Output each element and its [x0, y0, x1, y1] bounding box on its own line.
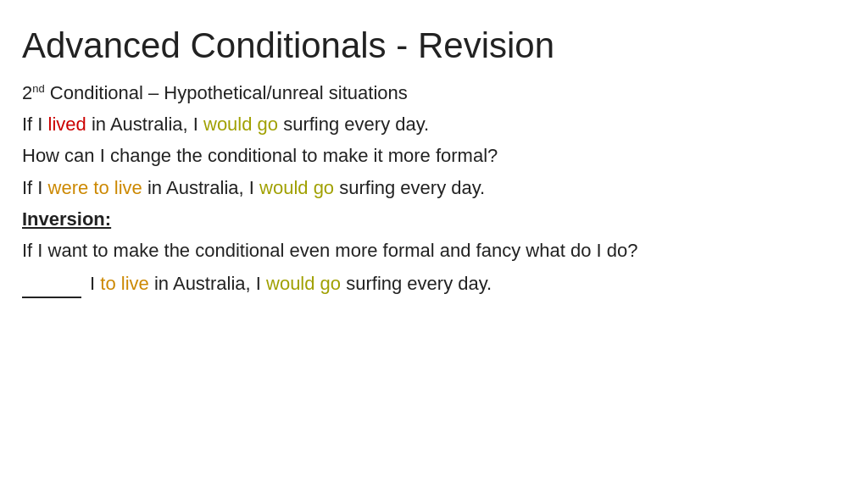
line-2nd-conditional: 2nd Conditional – Hypothetical/unreal si… — [22, 78, 846, 108]
line-example2: If I were to live in Australia, I would … — [22, 173, 846, 202]
if-text-1: If I — [22, 114, 48, 135]
inversion-question-text: If I want to make the conditional even m… — [22, 240, 637, 261]
would-go-2: would go — [259, 177, 334, 198]
australia-text-1: in Australia, I — [86, 114, 203, 135]
i-text: I — [85, 273, 100, 294]
line-inversion: Inversion: — [22, 204, 846, 234]
would-go-3: would go — [266, 273, 341, 294]
would-go-1: would go — [203, 114, 278, 135]
blank-underline — [22, 267, 81, 298]
2nd-conditional-text: 2nd Conditional – Hypothetical/unreal si… — [22, 82, 408, 103]
surfing-text-1: surfing every day. — [278, 114, 429, 135]
if-text-2: If I — [22, 177, 48, 198]
content-area: 2nd Conditional – Hypothetical/unreal si… — [22, 78, 846, 298]
to-live-phrase: to live — [100, 273, 148, 294]
inversion-label: Inversion: — [22, 208, 111, 230]
line-blank-example: I to live in Australia, I would go surfi… — [22, 267, 846, 298]
lived-word: lived — [48, 114, 86, 135]
australia-text-3: in Australia, I — [149, 273, 266, 294]
line-question: How can I change the conditional to make… — [22, 141, 846, 170]
surfing-text-3: surfing every day. — [341, 273, 492, 294]
page-title: Advanced Conditionals - Revision — [22, 25, 846, 66]
australia-text-2: in Australia, I — [142, 177, 259, 198]
slide-container: Advanced Conditionals - Revision 2nd Con… — [22, 25, 846, 298]
were-to-live-phrase: were to live — [48, 177, 142, 198]
question-text: How can I change the conditional to make… — [22, 145, 498, 166]
surfing-text-2: surfing every day. — [334, 177, 485, 198]
line-inversion-question: If I want to make the conditional even m… — [22, 236, 846, 265]
line-example1: If I lived in Australia, I would go surf… — [22, 109, 846, 139]
